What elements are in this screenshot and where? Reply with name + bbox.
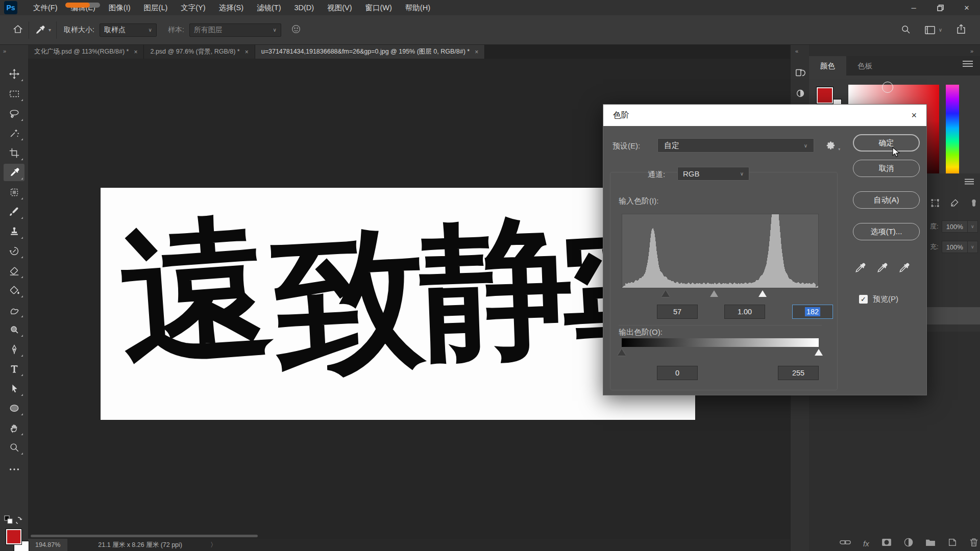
link-layers-icon[interactable]	[840, 539, 851, 548]
menu-filter[interactable]: 滤镜(T)	[250, 0, 288, 15]
foreground-color-swatch[interactable]	[6, 529, 22, 545]
output-highlight-slider[interactable]	[815, 349, 823, 356]
input-midtone-slider[interactable]	[710, 290, 718, 297]
minimize-button[interactable]: ─	[900, 0, 927, 15]
auto-button[interactable]: 自动(A)	[853, 191, 920, 209]
cancel-button[interactable]: 取消	[853, 160, 920, 177]
white-point-eyedropper-icon[interactable]	[898, 262, 910, 276]
home-icon[interactable]	[12, 23, 23, 36]
default-colors-icon[interactable]	[4, 515, 24, 525]
menu-select[interactable]: 选择(S)	[212, 0, 250, 15]
expand-dock-chevrons[interactable]: »	[970, 48, 974, 54]
hue-strip[interactable]	[946, 85, 959, 188]
output-highlight-field[interactable]: 255	[778, 366, 819, 380]
menu-layer[interactable]: 图层(L)	[137, 0, 175, 15]
preview-checkbox[interactable]: ✓	[859, 295, 868, 304]
paint-bucket-tool[interactable]	[4, 282, 24, 299]
input-highlight-field[interactable]: 182	[792, 305, 833, 319]
adjustment-layer-icon[interactable]	[904, 538, 913, 549]
eyedropper-tool[interactable]	[4, 164, 24, 181]
brush-tool[interactable]	[4, 203, 24, 220]
layers-panel-menu-icon[interactable]	[965, 178, 974, 187]
properties-panel-icon[interactable]	[794, 87, 807, 100]
document-tab-1[interactable]: 文化广场.psd @ 113%(RGB/8#) * ×	[28, 45, 144, 59]
opacity-value[interactable]: 100%	[942, 220, 968, 233]
fill-chevron-icon[interactable]: ∨	[968, 241, 978, 253]
edit-toolbar-ellipsis[interactable]	[4, 461, 24, 478]
document-tab-3-active[interactable]: u=3714781434,191836688&fm=26&gp=0.jpg @ …	[255, 45, 485, 59]
search-icon[interactable]	[900, 24, 911, 36]
path-selection-tool[interactable]	[4, 380, 24, 397]
crop-tool[interactable]	[4, 144, 24, 162]
history-panel-icon[interactable]	[794, 66, 807, 80]
input-shadow-slider[interactable]	[662, 290, 670, 297]
tab-swatches[interactable]: 色板	[846, 56, 884, 76]
options-button[interactable]: 选项(T)...	[853, 223, 920, 240]
menu-image[interactable]: 图像(I)	[102, 0, 137, 15]
lock-position-icon[interactable]	[949, 198, 960, 210]
smudge-tool[interactable]	[4, 302, 24, 319]
move-tool[interactable]	[4, 65, 24, 83]
menu-window[interactable]: 窗口(W)	[359, 0, 399, 15]
zoom-level-field[interactable]: 194.87%	[28, 539, 67, 551]
layer-row-partial[interactable]	[927, 307, 980, 324]
type-tool[interactable]	[4, 360, 24, 378]
menu-help[interactable]: 帮助(H)	[399, 0, 437, 15]
document-tab-2[interactable]: 2.psd @ 97.6% (背景, RGB/8) * ×	[144, 45, 255, 59]
output-shadow-field[interactable]: 0	[657, 366, 698, 380]
opacity-chevron-icon[interactable]: ∨	[968, 220, 978, 233]
layer-mask-icon[interactable]	[881, 538, 892, 548]
lock-transform-icon[interactable]	[930, 198, 940, 210]
tab-close-icon[interactable]: ×	[134, 48, 137, 56]
dialog-title-bar[interactable]: 色阶 ×	[603, 105, 926, 126]
magic-wand-tool[interactable]	[4, 124, 24, 142]
preset-dropdown[interactable]: 自定 ∨	[657, 138, 814, 153]
gray-point-eyedropper-icon[interactable]	[876, 262, 888, 276]
rectangular-marquee-tool[interactable]	[4, 85, 24, 103]
panel-menu-icon[interactable]	[963, 60, 973, 69]
clone-stamp-tool[interactable]	[4, 223, 24, 240]
layer-style-fx-icon[interactable]: fx	[863, 539, 869, 548]
eyedropper-tool-icon[interactable]: ▾	[34, 24, 51, 36]
tab-close-icon[interactable]: ×	[245, 48, 249, 56]
expand-toolbar-chevrons[interactable]: »	[3, 48, 7, 54]
close-window-button[interactable]: ✕	[953, 0, 980, 15]
lasso-tool[interactable]	[4, 105, 24, 122]
black-point-eyedropper-icon[interactable]	[854, 262, 866, 276]
input-shadow-field[interactable]: 57	[657, 305, 698, 319]
menu-3d[interactable]: 3D(D)	[287, 0, 321, 15]
lock-all-icon[interactable]	[969, 198, 979, 210]
pen-tool[interactable]	[4, 341, 24, 358]
status-chevron[interactable]: 〉	[210, 541, 217, 549]
spot-healing-brush-tool[interactable]	[4, 184, 24, 201]
channel-dropdown[interactable]: RGB ∨	[677, 167, 749, 181]
history-brush-tool[interactable]	[4, 242, 24, 260]
menu-view[interactable]: 视图(V)	[321, 0, 358, 15]
input-highlight-slider[interactable]	[758, 290, 767, 297]
zoom-tool[interactable]	[4, 439, 24, 456]
horizontal-scrollbar[interactable]	[31, 535, 258, 537]
menu-file[interactable]: 文件(F)	[27, 0, 64, 15]
delete-layer-icon[interactable]	[969, 538, 978, 549]
preview-checkbox-row[interactable]: ✓ 预览(P)	[859, 294, 898, 304]
hand-tool[interactable]	[4, 419, 24, 437]
restore-button[interactable]	[927, 0, 953, 15]
eraser-tool[interactable]	[4, 262, 24, 280]
share-icon[interactable]	[955, 23, 967, 36]
ok-button[interactable]: 确定	[853, 134, 920, 152]
tab-close-icon[interactable]: ×	[475, 48, 478, 56]
sample-size-dropdown[interactable]: 取样点∨	[100, 23, 157, 37]
collapse-dock-chevrons[interactable]: «	[795, 48, 799, 54]
dodge-tool[interactable]	[4, 321, 24, 338]
panel-foreground-swatch[interactable]	[816, 87, 834, 104]
dialog-close-icon[interactable]: ×	[911, 110, 917, 121]
ellipse-tool[interactable]	[4, 399, 24, 417]
new-layer-icon[interactable]	[948, 538, 957, 549]
color-picker-circle[interactable]	[882, 82, 893, 93]
input-gamma-field[interactable]: 1.00	[724, 305, 765, 319]
sample-dropdown[interactable]: 所有图层∨	[189, 23, 281, 37]
sampling-ring-icon[interactable]	[290, 23, 302, 36]
group-folder-icon[interactable]	[925, 538, 936, 548]
fill-value[interactable]: 100%	[942, 241, 968, 253]
preset-options-gear-icon[interactable]: ▾	[826, 140, 840, 152]
